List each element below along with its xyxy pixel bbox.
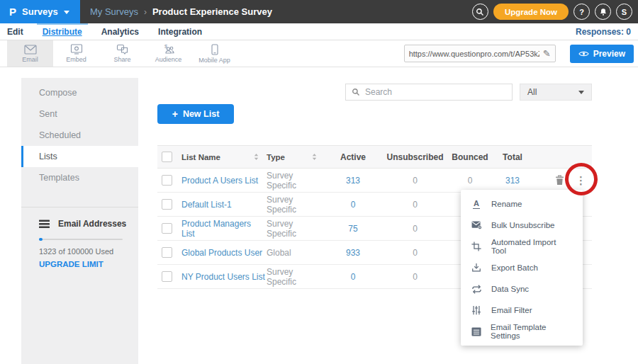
list-name-link[interactable]: Global Products User: [181, 248, 267, 258]
tab-analytics[interactable]: Analytics: [101, 23, 139, 40]
toolbar-label-audience: Audience: [155, 56, 182, 63]
distribute-toolbar: Email Embed Share $ Audience Mobile App: [0, 40, 638, 67]
notifications-bell-icon[interactable]: [595, 4, 611, 20]
breadcrumb-separator: ›: [144, 7, 147, 17]
unsubscribed-count[interactable]: 0: [381, 248, 449, 258]
list-type: Survey Specific: [267, 195, 325, 215]
list-name-link[interactable]: Product Managers List: [181, 219, 267, 239]
active-count[interactable]: 75: [325, 224, 381, 234]
tab-integration[interactable]: Integration: [158, 23, 202, 40]
unsubscribed-count[interactable]: 0: [381, 200, 449, 210]
tab-distribute[interactable]: Distribute: [43, 23, 82, 40]
sidebar-item-compose[interactable]: Compose: [21, 82, 138, 103]
automated-import-tool-icon: [471, 241, 482, 251]
plus-icon: +: [172, 108, 178, 120]
audience-dollar-people-icon: $: [162, 44, 175, 55]
menu-label: Email Filter: [491, 306, 532, 314]
header-actions: Upgrade Now ? S: [472, 4, 632, 20]
toolbar-label-mobile-app: Mobile App: [198, 57, 230, 64]
product-menu-label: Surveys: [22, 6, 58, 17]
toolbar-label-email: Email: [22, 56, 38, 63]
survey-url-box: ✎: [404, 45, 556, 62]
active-count[interactable]: 933: [325, 248, 381, 258]
new-list-label: New List: [183, 109, 219, 119]
share-chat-bubbles-icon: [116, 44, 129, 55]
menu-item-automated-import-tool[interactable]: Automated Import Tool: [461, 236, 583, 257]
list-name-link[interactable]: Product A Users List: [181, 176, 267, 186]
unsubscribed-count[interactable]: 0: [381, 272, 449, 282]
list-type: Survey Specific: [267, 267, 325, 287]
column-list-name[interactable]: List Name: [181, 153, 267, 161]
toolbar-item-email[interactable]: Email: [7, 40, 53, 67]
sidebar-item-sent[interactable]: Sent: [21, 103, 138, 125]
preview-label: Preview: [593, 49, 625, 59]
surveys-product-menu[interactable]: P Surveys: [0, 0, 80, 23]
search-icon: [352, 88, 360, 96]
active-count[interactable]: 0: [325, 200, 381, 210]
toolbar-label-share: Share: [113, 56, 130, 63]
responses-count[interactable]: Responses: 0: [576, 27, 631, 37]
toolbar-item-share[interactable]: Share: [99, 40, 145, 67]
select-all-checkbox[interactable]: [162, 152, 172, 162]
search-icon[interactable]: [472, 4, 488, 20]
upgrade-now-button[interactable]: Upgrade Now: [493, 4, 569, 20]
preview-button[interactable]: Preview: [570, 45, 634, 63]
help-icon[interactable]: ?: [573, 4, 590, 20]
menu-item-rename[interactable]: A Rename: [461, 193, 583, 215]
sidebar-item-lists[interactable]: Lists: [21, 146, 138, 167]
menu-item-data-sync[interactable]: Data Sync: [461, 278, 583, 300]
menu-label: Email Template Settings: [491, 323, 573, 340]
row-checkbox[interactable]: [162, 175, 172, 186]
column-total: Total: [491, 152, 534, 162]
eye-icon: [578, 50, 589, 57]
breadcrumb-current-survey: Product Experience Survey: [152, 6, 272, 17]
tab-edit[interactable]: Edit: [7, 23, 23, 40]
sort-icon[interactable]: [311, 153, 318, 161]
menu-item-bulk-unsubscribe[interactable]: Bulk Unsubscribe: [461, 215, 583, 236]
sidebar-item-templates[interactable]: Templates: [21, 167, 138, 188]
row-checkbox[interactable]: [162, 247, 172, 258]
active-count[interactable]: 0: [325, 272, 381, 282]
delete-trash-icon[interactable]: [555, 175, 564, 186]
questionpro-app: P Surveys My Surveys › Product Experienc…: [0, 0, 638, 364]
email-filter-sliders-icon: [471, 305, 482, 315]
toolbar-item-embed[interactable]: Embed: [53, 40, 99, 67]
list-type: Survey Specific: [267, 219, 325, 239]
list-name-link[interactable]: Default List-1: [181, 200, 267, 210]
sidebar-item-scheduled[interactable]: Scheduled: [21, 125, 138, 146]
list-search-box: [345, 84, 513, 101]
toolbar-item-mobile-app[interactable]: Mobile App: [191, 40, 237, 67]
bounced-count[interactable]: 0: [449, 176, 491, 186]
menu-item-email-template-settings[interactable]: Email Template Settings: [461, 321, 583, 342]
unsubscribed-count[interactable]: 0: [381, 224, 449, 234]
usage-progress-bar: [39, 239, 123, 240]
new-list-button[interactable]: + New List: [157, 104, 234, 124]
toolbar-item-audience[interactable]: $ Audience: [145, 40, 191, 67]
usage-progress-fill: [39, 238, 43, 241]
list-stack-icon: [39, 220, 50, 229]
sort-icon[interactable]: [253, 153, 259, 161]
row-actions-kebab-menu[interactable]: ⋮: [576, 175, 586, 186]
list-name-link[interactable]: NY Product Users List: [181, 272, 267, 282]
menu-item-email-filter[interactable]: Email Filter: [461, 300, 583, 321]
menu-item-export-batch[interactable]: Export Batch: [461, 257, 583, 278]
survey-url-input[interactable]: [409, 50, 539, 58]
row-checkbox[interactable]: [162, 271, 172, 282]
list-filter-dropdown[interactable]: All: [520, 84, 592, 101]
breadcrumb: My Surveys › Product Experience Survey: [90, 6, 272, 17]
row-checkbox[interactable]: [162, 223, 172, 234]
column-type[interactable]: Type: [267, 153, 325, 161]
total-count[interactable]: 313: [491, 176, 534, 186]
unsubscribed-count[interactable]: 0: [381, 176, 449, 186]
upgrade-limit-link[interactable]: UPGRADE LIMIT: [39, 260, 127, 268]
email-addresses-title: Email Addresses: [58, 219, 126, 229]
breadcrumb-my-surveys[interactable]: My Surveys: [90, 6, 138, 17]
rename-icon: A: [471, 199, 482, 208]
email-envelope-icon: [24, 45, 37, 55]
usage-text: 1323 of 100000 Used: [39, 247, 127, 256]
active-count[interactable]: 313: [325, 176, 381, 186]
edit-url-pencil-icon[interactable]: ✎: [543, 48, 551, 59]
list-search-input[interactable]: [365, 87, 506, 97]
row-checkbox[interactable]: [162, 199, 172, 210]
avatar[interactable]: S: [616, 4, 632, 20]
